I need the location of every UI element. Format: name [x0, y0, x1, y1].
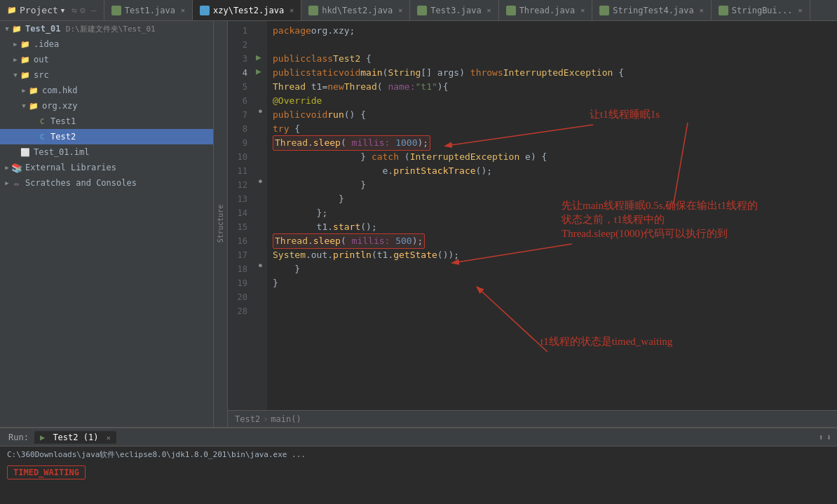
- sidebar-item-test1[interactable]: ▶ C Test1: [0, 114, 213, 129]
- code-line-12: }: [267, 178, 837, 192]
- timed-waiting-badge: TIMED_WAITING: [7, 465, 86, 479]
- ln-1: 1: [228, 24, 252, 38]
- console-output: C:\360Downloads\java软件\eclipse8.0\jdk1.8…: [0, 447, 837, 504]
- tab-label: Test3.java: [430, 6, 481, 15]
- tab-hkd-test2[interactable]: hkd\Test2.java ✕: [301, 0, 410, 20]
- expand-arrow: ▶: [11, 55, 20, 64]
- scroll-up-icon[interactable]: ⬆: [819, 433, 824, 442]
- tab-bar: 📁 Project ▼ ⇆ ⚙ — Test1.java ✕ xzy\Test2…: [0, 0, 837, 21]
- ln-7: 7: [228, 108, 252, 122]
- code-line-blank7: [267, 374, 837, 388]
- bottom-tabs: Run: ▶ Test2 (1) ✕ ⬆ ⬇: [0, 428, 837, 447]
- ln-3: 3: [228, 52, 252, 66]
- close-icon[interactable]: ✕: [290, 6, 294, 14]
- run-label: Run:: [8, 433, 29, 442]
- folder-icon: 📁: [20, 54, 31, 65]
- run-controls: Run:: [6, 433, 32, 442]
- sidebar-item-test2[interactable]: ▶ C Test2: [0, 129, 213, 144]
- code-line-2: [267, 38, 837, 52]
- code-line-19: }: [267, 276, 837, 290]
- tab-thread[interactable]: Thread.java ✕: [499, 0, 593, 20]
- sidebar: ▼ 📁 Test_01 D:\新建文件夹\Test_01 ▶ 📁 .idea ▶…: [0, 21, 214, 427]
- structure-bar[interactable]: Structure: [214, 21, 228, 427]
- code-line-blank6: [267, 360, 837, 374]
- ln-8: 8: [228, 122, 252, 136]
- sidebar-item-scratches[interactable]: ▶ ✏️ Scratches and Consoles: [0, 175, 213, 191]
- lib-icon: 📚: [11, 162, 22, 173]
- java-icon: [200, 6, 210, 15]
- java-class-icon: C: [36, 116, 48, 127]
- code-line-blank2: [267, 304, 837, 318]
- ln-15: 15: [228, 220, 252, 234]
- run-gutter-icon-4[interactable]: ▶: [256, 66, 261, 76]
- gutter: ▶ ▶ ● ● ●: [254, 21, 267, 410]
- expand-arrow: ▶: [3, 163, 11, 172]
- tree-root[interactable]: ▼ 📁 Test_01 D:\新建文件夹\Test_01: [0, 21, 213, 36]
- tab-test3[interactable]: Test3.java ✕: [410, 0, 498, 20]
- expand-arrow: ▼: [20, 102, 28, 110]
- sidebar-item-src[interactable]: ▼ 📁 src: [0, 67, 213, 83]
- tab-label: Thread.java: [519, 6, 575, 15]
- iml-icon: ⬜: [20, 147, 31, 158]
- code-content[interactable]: package org.xzy; public class Test2 { pu…: [267, 21, 837, 410]
- ln-20: 20: [228, 290, 252, 304]
- code-line-13: }: [267, 192, 837, 206]
- close-icon[interactable]: ✕: [487, 6, 491, 14]
- folder-icon: 📁: [28, 85, 39, 96]
- code-line-blank8: [267, 388, 837, 402]
- close-icon[interactable]: ✕: [181, 6, 185, 14]
- tree-label: .idea: [34, 39, 59, 49]
- ln-4: 4: [228, 66, 252, 80]
- sidebar-item-orgxzy[interactable]: ▼ 📁 org.xzy: [0, 98, 213, 114]
- code-line-9: Thread.sleep( millis: 1000);: [267, 136, 837, 150]
- close-icon[interactable]: ✕: [798, 6, 802, 14]
- run-gutter-icon-3[interactable]: ▶: [256, 52, 261, 62]
- tab-stringbuilder[interactable]: StringBui... ✕: [712, 0, 810, 20]
- scroll-down-icon[interactable]: ⬇: [826, 433, 831, 442]
- tab-label: hkd\Test2.java: [322, 6, 393, 15]
- sidebar-item-external-libs[interactable]: ▶ 📚 External Libraries: [0, 160, 213, 175]
- tab-test1[interactable]: Test1.java ✕: [104, 0, 193, 20]
- tab-label: xzy\Test2.java: [213, 6, 284, 15]
- sidebar-item-comhkd[interactable]: ▶ 📁 com.hkd: [0, 83, 213, 98]
- folder-icon: 📁: [28, 100, 39, 111]
- code-line-16: Thread.sleep( millis: 500);: [267, 234, 837, 248]
- ln-5: 5: [228, 80, 252, 94]
- tree-label: src: [34, 70, 49, 80]
- ln-9: 9: [228, 136, 252, 150]
- editor-area: 1 2 3 4 5 6 7 8 9 10 11 12 13 14 15 16 1…: [228, 21, 837, 427]
- ln-28: 28: [228, 304, 252, 318]
- tree-label: com.hkd: [42, 86, 78, 95]
- tab-label: StringBui...: [732, 6, 793, 15]
- ln-18: 18: [228, 262, 252, 276]
- sidebar-item-iml[interactable]: ▶ ⬜ Test_01.iml: [0, 144, 213, 160]
- tree-label: org.xzy: [42, 101, 78, 111]
- bookmark-12: ●: [259, 178, 262, 184]
- code-container: 1 2 3 4 5 6 7 8 9 10 11 12 13 14 15 16 1…: [228, 21, 837, 410]
- tab-xzy-test2[interactable]: xzy\Test2.java ✕: [193, 0, 301, 20]
- code-line-blank3: [267, 318, 837, 332]
- breadcrumb-class: Test2: [235, 414, 260, 424]
- code-line-11: e.printStackTrace();: [267, 164, 837, 178]
- close-icon[interactable]: ✕: [398, 6, 402, 14]
- folder-icon: 📁: [20, 69, 31, 81]
- sidebar-item-out[interactable]: ▶ 📁 out: [0, 52, 213, 67]
- close-icon[interactable]: ✕: [580, 6, 585, 14]
- ln-13: 13: [228, 192, 252, 206]
- line-numbers: 1 2 3 4 5 6 7 8 9 10 11 12 13 14 15 16 1…: [228, 21, 254, 410]
- breadcrumb: Test2 › main(): [228, 410, 837, 427]
- expand-arrow: ▼: [3, 25, 11, 33]
- bottom-tab-test2[interactable]: ▶ Test2 (1) ✕: [34, 431, 116, 444]
- ln-19: 19: [228, 276, 252, 290]
- java-icon: [599, 6, 609, 15]
- tab-stringtest4[interactable]: StringTest4.java ✕: [592, 0, 712, 20]
- code-line-blank: [267, 290, 837, 304]
- project-dropdown[interactable]: 📁 Project ▼ ⇆ ⚙ —: [0, 0, 104, 20]
- code-line-blank9: [267, 402, 837, 410]
- sidebar-item-idea[interactable]: ▶ 📁 .idea: [0, 36, 213, 52]
- project-label: Project: [20, 5, 58, 15]
- java-icon: [719, 6, 728, 15]
- close-icon[interactable]: ✕: [107, 434, 111, 442]
- close-icon[interactable]: ✕: [700, 6, 704, 14]
- tree-label: Test1: [50, 116, 76, 126]
